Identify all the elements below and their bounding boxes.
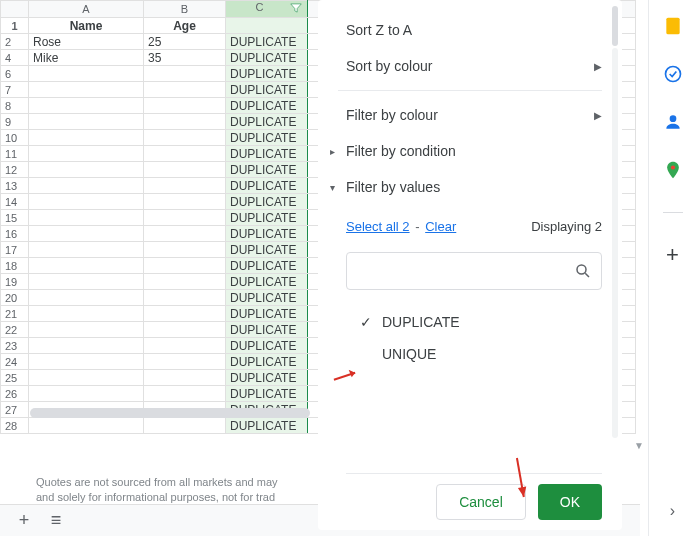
cell[interactable] [144,242,226,258]
cell[interactable]: DUPLICATE [226,370,308,386]
cell[interactable] [144,290,226,306]
cell[interactable]: DUPLICATE [226,306,308,322]
row-number[interactable]: 25 [1,370,29,386]
row-number[interactable]: 7 [1,82,29,98]
cell[interactable] [144,226,226,242]
cell[interactable] [29,130,144,146]
row-number[interactable]: 1 [1,18,29,34]
filter-by-values[interactable]: Filter by values [318,169,622,205]
cell[interactable] [144,370,226,386]
row-number[interactable]: 6 [1,66,29,82]
sort-z-to-a[interactable]: Sort Z to A [318,12,622,48]
search-icon[interactable] [574,262,592,283]
row-number[interactable]: 4 [1,50,29,66]
cell[interactable]: DUPLICATE [226,50,308,66]
row-number[interactable]: 2 [1,34,29,50]
row-number[interactable]: 12 [1,162,29,178]
cell[interactable]: DUPLICATE [226,290,308,306]
cell[interactable] [29,210,144,226]
cell[interactable] [144,386,226,402]
cell[interactable] [226,18,308,34]
cell[interactable] [29,258,144,274]
cell[interactable] [144,258,226,274]
cell[interactable]: DUPLICATE [226,386,308,402]
keep-icon[interactable] [663,16,683,36]
filter-by-colour[interactable]: Filter by colour ▶ [318,97,622,133]
cell[interactable] [144,306,226,322]
cell[interactable] [144,82,226,98]
col-header-C[interactable]: C [226,1,308,18]
cell[interactable]: DUPLICATE [226,354,308,370]
cell[interactable]: DUPLICATE [226,274,308,290]
cell[interactable]: DUPLICATE [226,322,308,338]
cell[interactable]: DUPLICATE [226,66,308,82]
row-number[interactable]: 19 [1,274,29,290]
cell[interactable]: DUPLICATE [226,114,308,130]
cell[interactable]: Rose [29,34,144,50]
cell[interactable] [29,370,144,386]
vertical-scroll-down-icon[interactable]: ▼ [634,440,646,454]
cell[interactable] [29,82,144,98]
cell[interactable] [29,290,144,306]
ok-button[interactable]: OK [538,484,602,520]
cell[interactable] [29,226,144,242]
cell[interactable] [144,418,226,434]
col-header-A[interactable]: A [29,1,144,18]
cell[interactable] [29,354,144,370]
cell[interactable] [29,274,144,290]
cell[interactable]: DUPLICATE [226,82,308,98]
cell[interactable] [144,338,226,354]
cell[interactable] [29,306,144,322]
cell[interactable]: Name [29,18,144,34]
row-number[interactable]: 23 [1,338,29,354]
contacts-icon[interactable] [663,112,683,132]
cell[interactable] [144,146,226,162]
row-number[interactable]: 17 [1,242,29,258]
filter-icon[interactable] [289,1,303,17]
filter-search-input[interactable] [346,252,602,290]
row-number[interactable]: 28 [1,418,29,434]
col-header-B[interactable]: B [144,1,226,18]
cell[interactable]: Age [144,18,226,34]
horizontal-scrollbar[interactable] [30,408,310,418]
cell[interactable]: DUPLICATE [226,242,308,258]
cell[interactable] [29,338,144,354]
row-number[interactable]: 8 [1,98,29,114]
panel-scrollbar-thumb[interactable] [612,6,618,46]
cell[interactable] [29,114,144,130]
maps-icon[interactable] [663,160,683,180]
filter-value-option[interactable]: UNIQUE [360,338,602,370]
cell[interactable] [29,162,144,178]
cell[interactable] [29,66,144,82]
clear-link[interactable]: Clear [425,219,456,234]
cell[interactable] [144,274,226,290]
row-number[interactable]: 11 [1,146,29,162]
row-number[interactable]: 9 [1,114,29,130]
cell[interactable]: DUPLICATE [226,226,308,242]
cell[interactable] [144,194,226,210]
row-number[interactable]: 10 [1,130,29,146]
cell[interactable] [29,146,144,162]
filter-by-condition[interactable]: Filter by condition [318,133,622,169]
row-number[interactable]: 22 [1,322,29,338]
add-sheet-button[interactable]: + [8,507,40,535]
cell[interactable]: Mike [29,50,144,66]
all-sheets-button[interactable]: ≡ [40,507,72,535]
cell[interactable]: DUPLICATE [226,130,308,146]
select-all-link[interactable]: Select all 2 [346,219,410,234]
sort-by-colour[interactable]: Sort by colour ▶ [318,48,622,84]
cell[interactable]: DUPLICATE [226,146,308,162]
hide-side-panel-icon[interactable]: › [670,502,675,520]
cell[interactable]: DUPLICATE [226,98,308,114]
row-number[interactable]: 13 [1,178,29,194]
cell[interactable] [29,386,144,402]
cell[interactable] [144,178,226,194]
cell[interactable]: DUPLICATE [226,210,308,226]
cell[interactable] [144,130,226,146]
cell[interactable] [144,98,226,114]
cell[interactable] [29,98,144,114]
cell[interactable] [144,210,226,226]
row-number[interactable]: 21 [1,306,29,322]
cell[interactable]: DUPLICATE [226,258,308,274]
row-number[interactable]: 14 [1,194,29,210]
